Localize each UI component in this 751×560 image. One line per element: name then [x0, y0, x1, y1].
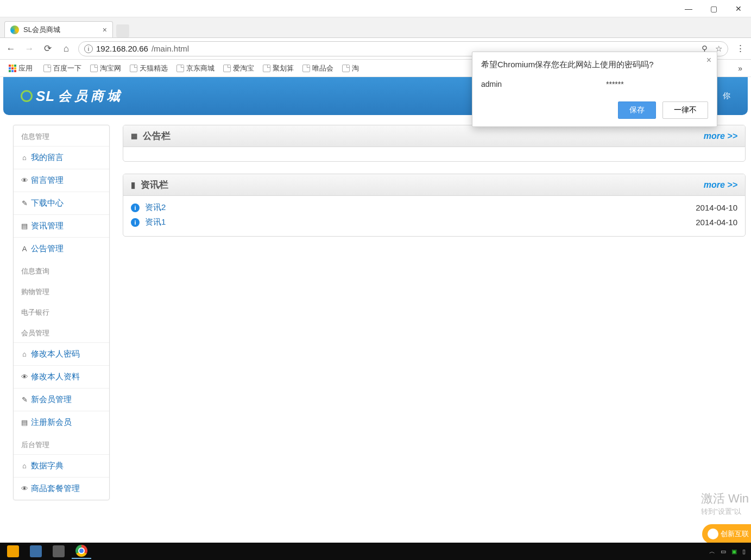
sidebar-section-title: 会员管理	[14, 322, 109, 342]
news-title: 资讯栏	[141, 179, 168, 191]
tray-overflow-icon[interactable]: ︿	[709, 548, 715, 556]
activation-watermark: 激活 Win 转到"设置"以	[701, 491, 749, 517]
edit-icon: ✎	[20, 396, 29, 404]
sidebar-item[interactable]: ⌂数据字典	[14, 454, 109, 477]
window-maximize[interactable]: ▢	[701, 0, 726, 17]
file-icon	[176, 65, 184, 72]
news-more-link[interactable]: more >>	[704, 180, 737, 190]
bookmark-item[interactable]: 聚划算	[258, 61, 298, 75]
taskbar-app-1[interactable]	[3, 544, 23, 559]
bookmark-item[interactable]: 唯品会	[298, 61, 338, 75]
sidebar-item[interactable]: ▤资讯管理	[14, 214, 109, 237]
taskbar-app-2[interactable]	[26, 544, 46, 559]
sidebar-item[interactable]: ✎下载中心	[14, 192, 109, 214]
sidebar-item[interactable]: ✎新会员管理	[14, 388, 109, 411]
popup-password-masked: ******	[606, 80, 624, 88]
sidebar-item-label: 资讯管理	[31, 221, 64, 231]
tray-icon[interactable]: ▯	[742, 548, 746, 555]
save-password-button[interactable]: 保存	[618, 101, 656, 119]
never-save-button[interactable]: 一律不	[662, 101, 708, 119]
sidebar-item-label: 商品套餐管理	[31, 483, 80, 494]
bookmark-item[interactable]: 百度一下	[39, 61, 86, 75]
news-link[interactable]: 资讯1	[145, 217, 166, 227]
bookmark-label: 百度一下	[53, 63, 81, 73]
save-password-popup: × 希望Chromium保存您在此网站上使用的密码吗? admin ******…	[472, 52, 717, 127]
url-host: 192.168.20.66	[96, 44, 148, 53]
sidebar-section-title: 信息管理	[14, 125, 109, 146]
taskbar-chrome[interactable]	[72, 544, 91, 559]
edit-icon: ✎	[20, 199, 29, 207]
new-tab-button[interactable]	[116, 24, 129, 37]
bookmark-label: 爱淘宝	[233, 63, 254, 73]
popup-title: 希望Chromium保存您在此网站上使用的密码吗?	[481, 60, 708, 70]
announce-body	[123, 147, 745, 161]
tray-icon[interactable]: ▭	[721, 548, 726, 555]
tray-icon[interactable]: ▣	[731, 548, 737, 555]
eye-icon: 👁	[20, 176, 29, 184]
file-icon	[223, 65, 231, 72]
site-info-icon[interactable]: i	[84, 44, 93, 53]
bookmark-label: 唯品会	[312, 63, 333, 73]
window-minimize[interactable]: —	[676, 0, 701, 17]
taskbar-app-3[interactable]	[49, 544, 68, 559]
file-icon	[302, 65, 310, 72]
sidebar-item-label: 我的留言	[31, 152, 64, 163]
sidebar-item-label: 留言管理	[31, 175, 64, 186]
file-icon: ▮	[131, 180, 135, 190]
browser-tab[interactable]: SL会员商城 ×	[4, 21, 113, 37]
popup-close-icon[interactable]: ×	[706, 55, 711, 65]
sidebar-section-title: 信息查询	[14, 260, 109, 281]
bookmark-item[interactable]: 天猫精选	[125, 61, 172, 75]
tab-title: SL会员商城	[23, 25, 60, 35]
logo-icon	[21, 90, 33, 102]
browser-tabstrip: SL会员商城 ×	[0, 17, 751, 38]
bookmark-item[interactable]: 京东商城	[172, 61, 219, 75]
file-icon	[43, 65, 51, 72]
sidebar-item[interactable]: 👁商品套餐管理	[14, 477, 109, 500]
bookmark-label: 天猫精选	[140, 63, 168, 73]
bookmark-item[interactable]: 淘宝网	[86, 61, 125, 75]
forward-button[interactable]: →	[23, 42, 36, 55]
tab-close-icon[interactable]: ×	[103, 26, 107, 34]
back-button[interactable]: ←	[4, 42, 17, 55]
apps-button[interactable]: 应用	[4, 61, 37, 75]
news-row: i资讯12014-04-10	[131, 215, 737, 230]
window-close[interactable]: ✕	[726, 0, 751, 17]
home-icon: ⌂	[20, 154, 29, 162]
bookmark-item[interactable]: 爱淘宝	[219, 61, 258, 75]
sidebar-item-label: 公告管理	[31, 244, 64, 254]
bookmark-label: 淘宝网	[100, 63, 121, 73]
reload-button[interactable]: ⟳	[41, 42, 54, 55]
bookmarks-overflow[interactable]: »	[734, 64, 747, 73]
info-icon: i	[131, 218, 140, 227]
grid-icon: ▦	[131, 132, 137, 140]
announce-panel: ▦ 公告栏 more >>	[123, 125, 746, 162]
site-logo[interactable]: SL 会员商城	[21, 87, 123, 105]
system-tray[interactable]: ︿ ▭ ▣ ▯	[709, 548, 751, 556]
sidebar-item-label: 修改本人密码	[31, 349, 80, 359]
brand-badge[interactable]: 创新互联	[702, 524, 751, 544]
file-icon	[130, 65, 137, 72]
file-icon	[342, 65, 350, 72]
sidebar-item[interactable]: ▤注册新会员	[14, 411, 109, 434]
browser-menu-button[interactable]: ⋮	[734, 42, 747, 55]
news-date: 2014-04-10	[696, 218, 737, 227]
news-body: i资讯22014-04-10i资讯12014-04-10	[123, 196, 745, 236]
news-row: i资讯22014-04-10	[131, 200, 737, 215]
sidebar-item-label: 修改本人资料	[31, 372, 80, 382]
sidebar-section-title: 电子银行	[14, 301, 109, 322]
logo-sl: SL	[36, 88, 55, 105]
news-link[interactable]: 资讯2	[145, 202, 166, 213]
sidebar-item[interactable]: 👁修改本人资料	[14, 365, 109, 388]
sidebar-item[interactable]: A公告管理	[14, 237, 109, 260]
announce-more-link[interactable]: more >>	[704, 131, 737, 141]
watermark-line2: 转到"设置"以	[701, 507, 749, 517]
sidebar: 信息管理⌂我的留言👁留言管理✎下载中心▤资讯管理A公告管理信息查询购物管理电子银…	[13, 125, 110, 500]
info-icon: i	[131, 203, 140, 212]
home-button[interactable]: ⌂	[60, 42, 73, 55]
sidebar-item[interactable]: ⌂我的留言	[14, 146, 109, 169]
bookmark-item[interactable]: 淘	[338, 61, 363, 75]
sidebar-item[interactable]: ⌂修改本人密码	[14, 342, 109, 365]
eye-icon: 👁	[20, 485, 29, 493]
sidebar-item[interactable]: 👁留言管理	[14, 169, 109, 192]
